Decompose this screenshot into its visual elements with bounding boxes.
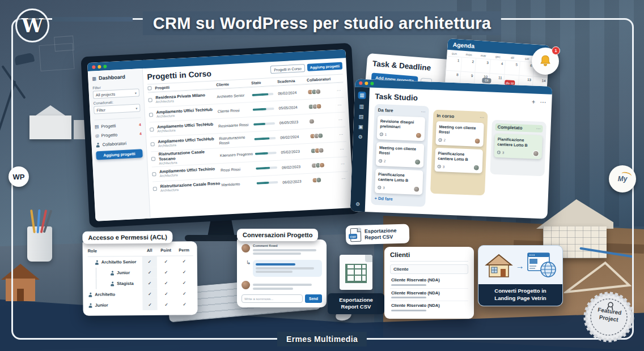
featured-project-badge: Featured Project: [579, 288, 638, 346]
comment-input[interactable]: [242, 294, 303, 303]
projects-filter-button[interactable]: Progetti in Corso: [270, 64, 305, 74]
project-deadline: 06/02/2024: [280, 134, 308, 140]
row-checkbox[interactable]: [148, 98, 152, 102]
maximize-window-dot[interactable]: [370, 82, 374, 85]
progress-bar: [255, 152, 277, 155]
kanban-card[interactable]: Meeting con cliente Rossi 2: [435, 121, 484, 147]
row-checkbox[interactable]: [150, 142, 154, 146]
webpage-globe-icon: [527, 252, 557, 279]
permission-check[interactable]: ✓: [142, 289, 157, 299]
row-more-button[interactable]: ⋯: [341, 162, 346, 167]
calendar-day: 2: [460, 57, 476, 72]
monitor: ▦ Dashboard Filter All projects ▾ Conado…: [80, 43, 360, 228]
role-row: Junior: [88, 299, 142, 311]
notification-count-badge: 1: [552, 46, 560, 55]
sidebar-item-progetto[interactable]: ◎ Progetto 4: [95, 131, 142, 138]
column-more-button[interactable]: ⋯: [480, 115, 484, 120]
settings-icon[interactable]: ⚙: [358, 135, 362, 140]
send-button[interactable]: Send: [305, 294, 322, 303]
permission-check[interactable]: ✓: [175, 299, 193, 310]
progress-bar: [253, 122, 275, 125]
kanban-card[interactable]: Pianificazione cantiere Lotto B 3: [434, 148, 483, 173]
add-card-button[interactable]: + Dd fare: [374, 195, 422, 202]
collaborators-filter-select[interactable]: Filter ▾: [94, 104, 141, 114]
row-more-button[interactable]: ⋯: [341, 177, 347, 182]
permission-check[interactable]: ✓: [175, 267, 193, 277]
permission-check[interactable]: ✓: [157, 288, 175, 299]
sidebar-item-collaboratori[interactable]: Collaboratori: [95, 140, 142, 147]
col-stato: Stato: [251, 80, 276, 85]
count-badge: 4: [139, 122, 141, 126]
add-project-button[interactable]: Aggiung progetti: [307, 62, 342, 71]
permission-check[interactable]: ✓: [142, 267, 157, 278]
kanban-card[interactable]: Meeting con cliente Rossi 2: [376, 142, 425, 168]
column-more-button[interactable]: ⋯: [421, 109, 425, 114]
documents-icon[interactable]: ▥: [359, 104, 364, 109]
add-column-button[interactable]: +: [532, 98, 536, 105]
col-point: Point: [157, 246, 175, 256]
row-more-button[interactable]: ⋯: [337, 102, 343, 108]
convert-to-landing-page-card[interactable]: → Converti Progetto in Landing Page Vetr…: [478, 245, 563, 306]
comment-text-line: [253, 288, 293, 290]
conversations-panel: Conversazioni Progetto Comment flowd ↳: [237, 229, 327, 307]
permission-check[interactable]: ✓: [157, 277, 175, 288]
row-checkbox[interactable]: [153, 187, 157, 191]
close-window-dot[interactable]: [359, 82, 362, 85]
column-more-button[interactable]: ⋯: [536, 126, 540, 131]
close-window-dot[interactable]: [92, 65, 95, 69]
permission-check[interactable]: ✓: [175, 277, 193, 288]
project-client: Cliente Rossi: [218, 108, 252, 114]
settings-icon[interactable]: ⚙: [355, 202, 360, 207]
row-more-button[interactable]: ⋯: [338, 117, 344, 122]
row-checkbox[interactable]: [149, 113, 153, 117]
project-deadline: 05/05/2024: [278, 105, 307, 110]
maximize-window-dot[interactable]: [103, 65, 107, 68]
kanban-card[interactable]: Revisione disegni preliminari 1: [377, 115, 426, 141]
comment-message: [242, 281, 322, 292]
permission-check[interactable]: ✓: [142, 278, 157, 289]
export-csv-card[interactable]: Esportazione Report CSV: [328, 255, 384, 314]
permission-check[interactable]: ✓: [157, 299, 175, 310]
row-more-button[interactable]: ⋯: [339, 132, 345, 137]
row-checkbox[interactable]: [151, 157, 155, 161]
calendar-day: 1: [446, 56, 461, 71]
sidebar-item-progetti[interactable]: ▤ Progetti 4: [95, 122, 141, 129]
page-title: CRM su WordPress per studio architettura: [143, 11, 501, 35]
kanban-card[interactable]: Pianificazione cantiere Lotto B 3: [375, 169, 423, 194]
client-row[interactable]: Cliente Riservato (NDA): [390, 276, 468, 289]
row-more-button[interactable]: ⋯: [337, 88, 342, 93]
row-more-button[interactable]: ⋯: [340, 147, 345, 152]
permission-check[interactable]: ✓: [157, 256, 175, 267]
client-row[interactable]: Cliente Riservato (NDA): [390, 289, 468, 302]
export-csv-pill[interactable]: CSV Esportazione Report CSV: [346, 224, 410, 245]
board-icon[interactable]: ▦: [358, 92, 366, 100]
board-more-button[interactable]: ⋯: [540, 99, 546, 106]
calendar-event-badge[interactable]: Cli: [482, 78, 492, 83]
reports-icon[interactable]: ▣: [358, 125, 363, 130]
col-progetti: Progetti: [155, 83, 215, 90]
projects-filter-select[interactable]: All projects ▾: [93, 88, 140, 99]
notification-bell-button[interactable]: 1: [532, 48, 559, 75]
kanban-card[interactable]: Pianificazione cantiere Lotto B 3: [494, 134, 543, 159]
minimize-window-dot[interactable]: [365, 82, 368, 85]
permission-check[interactable]: ✓: [175, 288, 193, 299]
permission-check[interactable]: ✓: [142, 256, 157, 267]
reply-text-line: [256, 271, 293, 273]
folder-icon[interactable]: ▤: [359, 114, 364, 119]
minimize-window-dot[interactable]: [98, 65, 101, 68]
row-checkbox[interactable]: [150, 127, 154, 131]
col-cliente: Cliente: [216, 81, 250, 87]
client-row[interactable]: Cliente Riservato (NDA): [390, 301, 468, 314]
project-client: Rossi Rossi: [221, 166, 255, 173]
col-perm: Perm: [175, 246, 193, 256]
row-checkbox[interactable]: [152, 172, 156, 176]
permission-check[interactable]: ✓: [157, 267, 175, 277]
select-all-checkbox[interactable]: [147, 86, 151, 90]
permission-check[interactable]: ✓: [175, 256, 193, 267]
crm-sidebar: ▦ Dashboard Filter All projects ▾ Conado…: [88, 69, 151, 221]
sidebar-item-dashboard[interactable]: ▦ Dashboard: [92, 73, 138, 81]
permission-check[interactable]: ✓: [142, 299, 157, 310]
add-project-button[interactable]: Aggiung progetti: [96, 149, 143, 160]
person-icon: [110, 271, 115, 275]
house-icon: [485, 252, 513, 279]
